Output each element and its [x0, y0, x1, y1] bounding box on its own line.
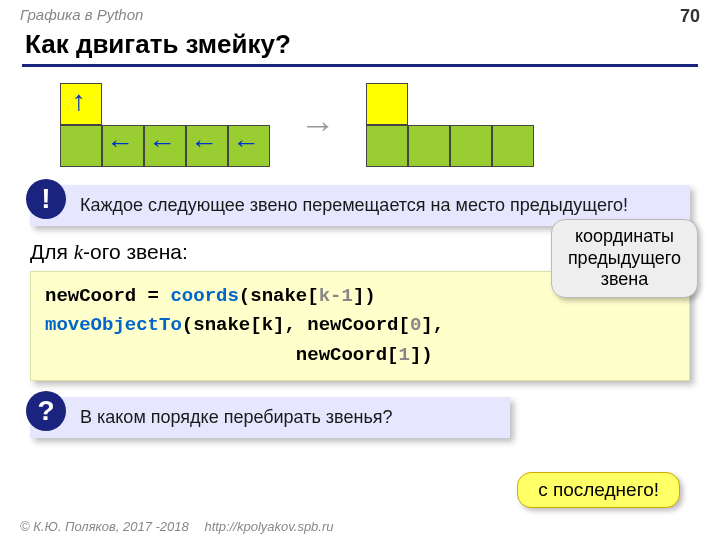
exclamation-icon: !: [26, 179, 66, 219]
page-number: 70: [680, 6, 700, 27]
note-bubble: координаты предыдущего звена: [551, 219, 698, 298]
diagram: ↑ ← ← ← ← →: [0, 83, 720, 167]
footer-link[interactable]: http://kpolyakov.spb.ru: [204, 519, 333, 534]
arrow-left-icon: ←: [106, 127, 134, 159]
callout-question: ? В каком порядке перебирать звенья?: [30, 397, 510, 438]
transition-arrow-icon: →: [300, 104, 336, 146]
topbar: Графика в Python 70: [0, 0, 720, 29]
code-block-wrap: координаты предыдущего звена newCoord = …: [30, 271, 690, 381]
footer: © К.Ю. Поляков, 2017 -2018 http://kpolya…: [20, 519, 334, 534]
arrow-left-icon: ←: [190, 127, 218, 159]
answer-bubble: с последнего!: [517, 472, 680, 508]
copyright: © К.Ю. Поляков, 2017 -2018: [20, 519, 189, 534]
topic: Графика в Python: [20, 6, 143, 27]
arrow-left-icon: ←: [148, 127, 176, 159]
rule: [22, 64, 698, 67]
arrow-left-icon: ←: [232, 127, 260, 159]
arrow-up-icon: ↑: [72, 85, 86, 117]
snake-after: [366, 83, 576, 167]
snake-before: ↑ ← ← ← ←: [60, 83, 270, 167]
callout-text: В каком порядке перебирать звенья?: [30, 397, 510, 438]
page-title: Как двигать змейку?: [0, 29, 720, 64]
